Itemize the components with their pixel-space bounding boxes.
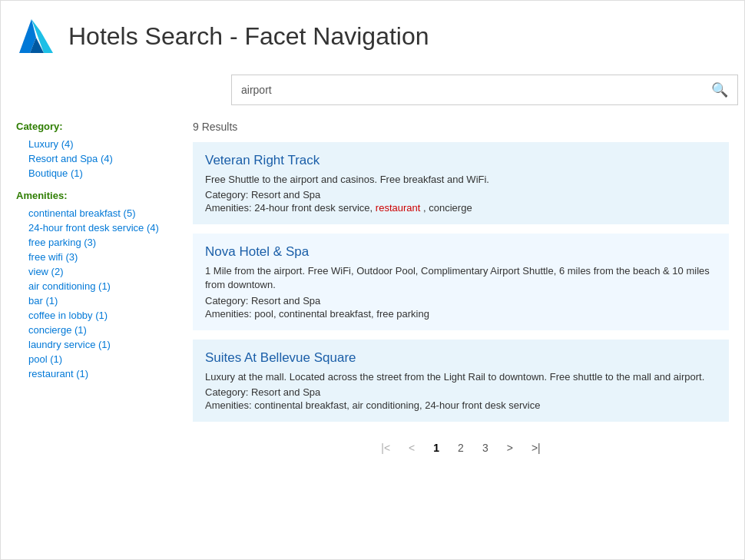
facet-view[interactable]: view (2) bbox=[16, 264, 177, 279]
header: Hotels Search - Facet Navigation bbox=[16, 16, 729, 56]
pagination: |< < 1 2 3 > >| bbox=[193, 440, 729, 456]
result-category-3: Category: Resort and Spa bbox=[205, 386, 717, 398]
facet-restaurant[interactable]: restaurant (1) bbox=[16, 366, 177, 381]
result-title-3[interactable]: Suites At Bellevue Square bbox=[205, 350, 717, 366]
facet-free-parking[interactable]: free parking (3) bbox=[16, 235, 177, 250]
pagination-page-1[interactable]: 1 bbox=[429, 440, 444, 456]
facet-laundry[interactable]: laundry service (1) bbox=[16, 337, 177, 352]
main-layout: Category: Luxury (4) Resort and Spa (4) … bbox=[16, 121, 729, 456]
facet-coffee-lobby[interactable]: coffee in lobby (1) bbox=[16, 308, 177, 323]
pagination-next[interactable]: > bbox=[502, 440, 518, 456]
results-count: 9 Results bbox=[193, 121, 729, 133]
page-wrapper: Hotels Search - Facet Navigation 🔍 Categ… bbox=[0, 0, 745, 560]
azure-logo-icon bbox=[16, 16, 56, 56]
facet-front-desk[interactable]: 24-hour front desk service (4) bbox=[16, 220, 177, 235]
pagination-first[interactable]: |< bbox=[376, 440, 395, 456]
pagination-page-3[interactable]: 3 bbox=[478, 440, 493, 456]
result-title-2[interactable]: Nova Hotel & Spa bbox=[205, 244, 717, 260]
facet-air-conditioning[interactable]: air conditioning (1) bbox=[16, 279, 177, 293]
category-section-title: Category: bbox=[16, 121, 177, 132]
facet-continental-breakfast[interactable]: continental breakfast (5) bbox=[16, 206, 177, 220]
amenities-section-title: Amenities: bbox=[16, 190, 177, 201]
result-desc-3: Luxury at the mall. Located across the s… bbox=[205, 370, 717, 384]
facet-free-wifi[interactable]: free wifi (3) bbox=[16, 250, 177, 264]
amenities-rest-1: , concierge bbox=[423, 202, 472, 214]
amenities-facets: continental breakfast (5) 24-hour front … bbox=[16, 206, 177, 381]
results-area: 9 Results Veteran Right Track Free Shutt… bbox=[193, 121, 729, 456]
facet-luxury[interactable]: Luxury (4) bbox=[16, 137, 177, 151]
category-facets: Luxury (4) Resort and Spa (4) Boutique (… bbox=[16, 137, 177, 181]
result-item: Suites At Bellevue Square Luxury at the … bbox=[193, 340, 729, 422]
amenities-prefix-1: Amenities: 24-hour front desk service, bbox=[205, 202, 372, 214]
facet-bar[interactable]: bar (1) bbox=[16, 293, 177, 308]
facet-resort-spa[interactable]: Resort and Spa (4) bbox=[16, 151, 177, 166]
pagination-page-2[interactable]: 2 bbox=[453, 440, 469, 456]
sidebar: Category: Luxury (4) Resort and Spa (4) … bbox=[16, 121, 193, 456]
search-bar: 🔍 bbox=[231, 75, 738, 105]
pagination-last[interactable]: >| bbox=[527, 440, 545, 456]
result-category-1: Category: Resort and Spa bbox=[205, 189, 717, 200]
result-item: Veteran Right Track Free Shuttle to the … bbox=[193, 142, 729, 224]
facet-pool[interactable]: pool (1) bbox=[16, 352, 177, 366]
result-desc-2: 1 Mile from the airport. Free WiFi, Outd… bbox=[205, 264, 717, 292]
facet-boutique[interactable]: Boutique (1) bbox=[16, 166, 177, 181]
result-amenities-1: Amenities: 24-hour front desk service, r… bbox=[205, 202, 717, 214]
result-item: Nova Hotel & Spa 1 Mile from the airport… bbox=[193, 234, 729, 330]
page-title: Hotels Search - Facet Navigation bbox=[68, 22, 429, 51]
search-input[interactable] bbox=[232, 78, 702, 102]
pagination-prev[interactable]: < bbox=[404, 440, 419, 456]
result-desc-1: Free Shuttle to the airport and casinos.… bbox=[205, 173, 717, 187]
result-title-1[interactable]: Veteran Right Track bbox=[205, 153, 717, 168]
result-amenities-2: Amenities: pool, continental breakfast, … bbox=[205, 308, 717, 320]
amenities-highlight-1: restaurant bbox=[376, 202, 421, 214]
result-category-2: Category: Resort and Spa bbox=[205, 295, 717, 307]
facet-concierge[interactable]: concierge (1) bbox=[16, 323, 177, 337]
result-amenities-3: Amenities: continental breakfast, air co… bbox=[205, 399, 717, 411]
search-button[interactable]: 🔍 bbox=[702, 75, 737, 104]
